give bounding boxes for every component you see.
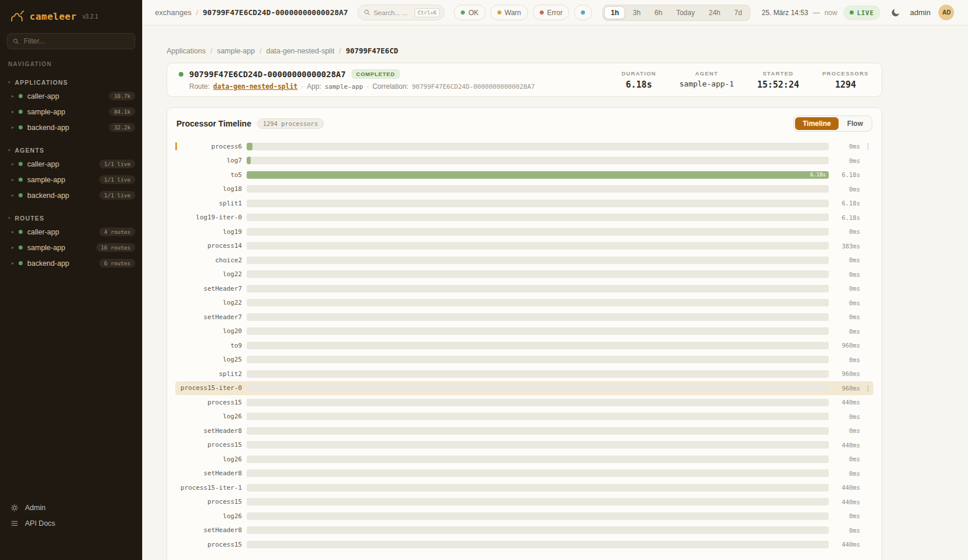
timeline-row-log22[interactable]: log220ms⋮: [175, 296, 873, 310]
sidebar-item-backend-app[interactable]: ▸backend-app6 routes: [0, 255, 142, 271]
processor-duration: 0ms: [833, 328, 860, 335]
search-input[interactable]: [374, 9, 411, 16]
stat-value: 6.18s: [622, 80, 656, 90]
chevron-right-icon: ▸: [12, 177, 14, 182]
timeline-row-split1[interactable]: split16.18s⋮: [175, 196, 873, 211]
filter-input[interactable]: [24, 37, 129, 45]
time-range-6h[interactable]: 6h: [648, 6, 669, 19]
timeline-row-log18[interactable]: log180ms⋮: [175, 182, 873, 197]
time-range-3h[interactable]: 3h: [626, 6, 646, 19]
sidebar-item-sample-app[interactable]: ▸sample-app84.1k: [0, 104, 142, 120]
processor-name: log18: [177, 185, 242, 193]
timeline-row-log26[interactable]: log260ms⋮: [175, 452, 873, 467]
row-menu-icon[interactable]: ⋮: [865, 142, 872, 150]
timeline-row-to5[interactable]: to56.18s6.18s⋮: [175, 168, 873, 182]
timeline-row-log19-iter-0[interactable]: log19-iter-06.18s⋮: [175, 211, 873, 225]
avatar[interactable]: AD: [938, 5, 954, 20]
processor-duration: 6.18s: [833, 171, 860, 178]
processor-name: log22: [177, 299, 242, 306]
timeline-row-log26[interactable]: log260ms⋮: [175, 509, 873, 523]
dark-mode-toggle-icon[interactable]: [891, 8, 901, 17]
sidebar-item-caller-app[interactable]: ▸caller-app4 routes: [0, 224, 142, 240]
processor-duration: 440ms: [833, 484, 860, 491]
timeline-row-log20[interactable]: log200ms⋮: [175, 324, 873, 339]
sidebar-item-admin[interactable]: Admin: [10, 504, 132, 512]
sidebar-item-caller-app[interactable]: ▸caller-app10.7k: [0, 88, 142, 104]
nav-group-header-applications[interactable]: ▾APPLICATIONS: [0, 77, 142, 88]
breadcrumb-item[interactable]: data-gen-nested-split: [266, 47, 334, 55]
timeline-row-process15-iter-0[interactable]: process15-iter-0960ms⋮: [175, 381, 873, 396]
timeline-row-log19[interactable]: log190ms⋮: [175, 225, 873, 239]
status-filter-ok[interactable]: OK: [454, 5, 485, 20]
processor-duration: 960ms: [833, 385, 860, 392]
live-status-dot: [850, 10, 854, 15]
tab-timeline[interactable]: Timeline: [795, 117, 838, 130]
sidebar-item-sample-app[interactable]: ▸sample-app16 routes: [0, 240, 142, 255]
status-filter-dot[interactable]: [574, 5, 592, 20]
timeline-row-process6[interactable]: process60ms⋮: [175, 139, 873, 154]
row-menu-icon[interactable]: ⋮: [865, 384, 872, 392]
timeline-row-to9[interactable]: to9960ms⋮: [175, 338, 873, 353]
timeline-row-setHeader7[interactable]: setHeader70ms⋮: [175, 281, 873, 296]
timeline-row-process15[interactable]: process15440ms⋮: [175, 495, 873, 510]
chevron-right-icon: ▸: [12, 93, 14, 99]
breadcrumb-item[interactable]: Applications: [167, 47, 205, 55]
timeline-bar-track: [247, 270, 829, 278]
timeline-row-process15[interactable]: process15440ms⋮: [175, 537, 873, 552]
processor-name: log19: [177, 228, 242, 236]
timeline-row-split2[interactable]: split2960ms⋮: [175, 367, 873, 381]
sidebar-item-backend-app[interactable]: ▸backend-app32.2k: [0, 120, 142, 135]
timeline-row-process15-iter-1[interactable]: process15-iter-1440ms⋮: [175, 480, 873, 495]
processor-duration: 440ms: [833, 541, 860, 548]
status-dot: [19, 245, 23, 250]
timeline-row-log22[interactable]: log220ms⋮: [175, 268, 873, 282]
api-docs-link-label: API Docs: [25, 519, 55, 528]
timeline-row-setHeader8[interactable]: setHeader80ms⋮: [175, 467, 873, 481]
date-range[interactable]: 25. März 14:53 — now: [762, 9, 837, 17]
exchange-status-dot: [179, 72, 183, 77]
logo: cameleer v3.2.1: [0, 0, 142, 30]
time-range-today[interactable]: Today: [670, 6, 701, 19]
timeline-row-log26[interactable]: log260ms⋮: [175, 410, 873, 424]
sidebar-item-sample-app[interactable]: ▸sample-app1/1 live: [0, 172, 142, 187]
status-filter-warn[interactable]: Warn: [490, 5, 528, 20]
processor-name: process6: [177, 143, 242, 150]
sidebar-item-backend-app[interactable]: ▸backend-app1/1 live: [0, 187, 142, 203]
time-range-24h[interactable]: 24h: [702, 6, 727, 19]
live-label: LIVE: [857, 9, 874, 16]
processor-name: setHeader7: [177, 285, 242, 292]
status-filter-error[interactable]: Error: [533, 5, 570, 20]
timeline-row-setHeader7[interactable]: setHeader70ms⋮: [175, 310, 873, 324]
sidebar-item-label: backend-app: [27, 259, 69, 268]
live-toggle[interactable]: LIVE: [843, 5, 880, 20]
sidebar-item-label: caller-app: [27, 228, 59, 236]
global-search[interactable]: Ctrl+K: [357, 5, 445, 20]
timeline-row-log7[interactable]: log70ms⋮: [175, 154, 873, 168]
route-link[interactable]: data-gen-nested-split: [213, 82, 297, 91]
sidebar-item-label: backend-app: [27, 192, 69, 200]
processor-duration: 960ms: [833, 370, 860, 377]
timeline-row-setHeader8[interactable]: setHeader80ms⋮: [175, 523, 873, 538]
timeline-bar-track: [247, 327, 829, 335]
nav-group-header-routes[interactable]: ▾ROUTES: [0, 212, 142, 224]
sidebar-filter: [7, 33, 135, 49]
time-range-1h[interactable]: 1h: [604, 6, 625, 19]
timeline-row-setHeader8[interactable]: setHeader80ms⋮: [175, 424, 873, 438]
timeline-row-choice2[interactable]: choice20ms⋮: [175, 253, 873, 268]
sidebar-item-caller-app[interactable]: ▸caller-app1/1 live: [0, 156, 142, 172]
timeline-row-log25[interactable]: log250ms⋮: [175, 353, 873, 367]
timeline-row-process15[interactable]: process15440ms⋮: [175, 395, 873, 410]
breadcrumb-item[interactable]: sample-app: [217, 47, 255, 55]
nav-group-header-agents[interactable]: ▾AGENTS: [0, 144, 142, 156]
breadcrumb-section[interactable]: exchanges: [155, 8, 192, 17]
timeline-row-process15[interactable]: process15440ms⋮: [175, 438, 873, 453]
sidebar-item-api-docs[interactable]: API Docs: [10, 519, 132, 528]
processor-name: log19-iter-0: [177, 214, 242, 221]
processor-duration: 0ms: [833, 143, 860, 150]
tab-flow[interactable]: Flow: [840, 117, 871, 130]
timeline-row-process14[interactable]: process14383ms⋮: [175, 239, 873, 254]
app-version: v3.2.1: [82, 13, 98, 20]
processor-name: log26: [177, 456, 242, 463]
processor-duration: 0ms: [833, 512, 860, 519]
time-range-7d[interactable]: 7d: [728, 6, 748, 19]
